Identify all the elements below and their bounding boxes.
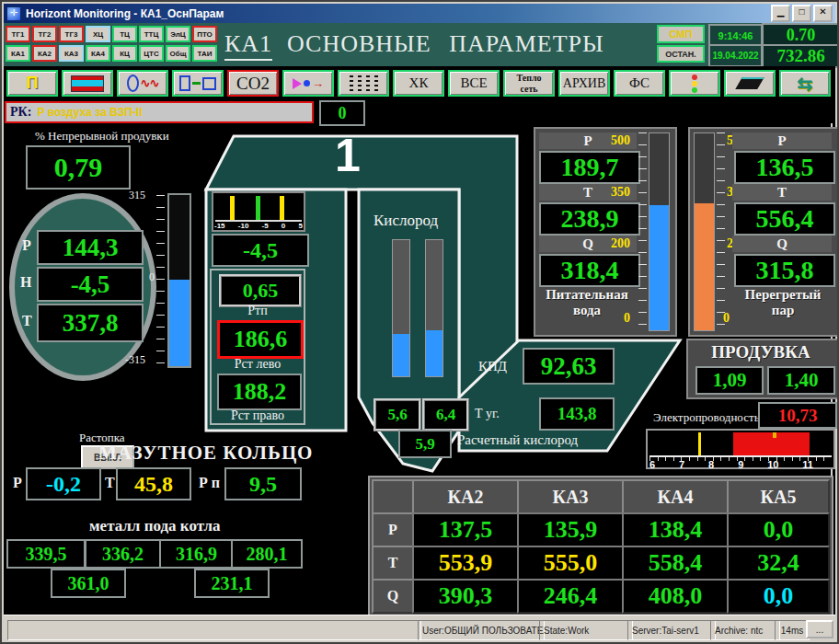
oxygen-right-value: 6,4	[422, 398, 469, 431]
table-cell: 0,0	[727, 579, 830, 614]
steam-q-label: Q	[732, 236, 832, 252]
mazut-p-label: Р	[13, 475, 22, 491]
level-scale-mid: 0	[149, 270, 155, 284]
boiler-number: 1	[335, 129, 361, 182]
level-scale-bottom: -315	[125, 353, 145, 367]
mini-bar-3	[280, 196, 284, 220]
table-row-label-t: Т	[372, 546, 414, 581]
table-cell: 135,9	[517, 512, 624, 547]
steam-bar	[694, 132, 715, 331]
status-bar: User:ОБЩИЙ ПОЛЬЗОВАТЕЛЬ State:Work Serve…	[4, 615, 835, 643]
steam-q-value: 315,8	[734, 254, 835, 287]
metal-value-4: 280,1	[231, 539, 303, 569]
blowdown-label: % Непрерывной продувки	[35, 129, 169, 144]
status-state: State:Work	[539, 620, 633, 640]
oxygen-column-left	[392, 239, 410, 377]
metal-title: металл пода котла	[89, 517, 221, 535]
mazut-rp-value: 9,5	[224, 467, 302, 500]
oxygen-calc-label: Расчетный кислород	[457, 432, 578, 448]
steam-title: Перегретыйпар	[732, 287, 833, 318]
table-cell: 138,4	[622, 512, 729, 547]
table-row-label-q: Q	[372, 579, 414, 614]
draft-value: -4,5	[212, 234, 309, 267]
feedwater-bar-fill	[649, 205, 669, 330]
metal-value-2: 336,2	[85, 539, 161, 569]
conductivity-value: 10,73	[758, 402, 837, 429]
metal-value-1: 339,5	[6, 539, 86, 569]
level-bar	[167, 193, 191, 368]
conductivity-red-zone	[733, 432, 810, 455]
purge-panel: ПРОДУВКА 1,09 1,40	[686, 339, 839, 399]
table-cell: 555,0	[517, 546, 624, 581]
status-more-button[interactable]: ...	[806, 620, 833, 638]
steam-panel: 500 Р 136,5 350 Т 556,4 200 Q 315,8 Пере…	[688, 127, 839, 337]
drum-h-value: -4,5	[37, 267, 144, 302]
rst-left-label: Рст лево	[210, 357, 305, 372]
mazut-rp-label: Р п	[199, 475, 220, 491]
table-cell: 390,3	[412, 579, 519, 614]
mini-bar-2	[256, 196, 260, 220]
oxygen-calc-value: 5,9	[398, 430, 452, 458]
status-server: Server:Tai-serv1	[627, 620, 716, 640]
table-header-ka2: КА2	[412, 479, 519, 514]
steam-p-value: 136,5	[734, 151, 835, 184]
feedwater-p-scale: 500	[611, 133, 630, 148]
feedwater-panel: Р 500 189,7 Т 350 238,9 Q 200 318,4 Пита…	[534, 127, 677, 337]
level-ticks	[156, 195, 165, 366]
mazut-p-value: -0,2	[26, 467, 101, 500]
steam-ticks	[717, 132, 725, 329]
boilers-table: КА2 КА3 КА4 КА5 Р 137,5 135,9 138,4 0,0 …	[368, 476, 833, 617]
rst-right-value: 188,2	[217, 374, 302, 410]
mazut-t-value: 45,8	[116, 467, 191, 500]
table-cell: 0,0	[727, 512, 830, 547]
purge-value-1: 1,09	[695, 366, 764, 395]
table-row-label-p: Р	[372, 512, 414, 547]
feedwater-ticks	[638, 132, 647, 329]
tug-value: 143,8	[539, 397, 615, 431]
table-header-ka5: КА5	[727, 479, 830, 514]
table-header-ka4: КА4	[622, 479, 729, 514]
status-empty-panel	[7, 620, 421, 640]
drum-h-label: Н	[20, 274, 31, 291]
mazut-title: МАЗУТНОЕ КОЛЬЦО	[98, 442, 313, 465]
drum-t-value: 337,8	[37, 304, 144, 342]
feedwater-p-value: 189,7	[539, 151, 640, 184]
feedwater-bar	[649, 132, 670, 331]
feedwater-zero: 0	[624, 311, 630, 326]
feedwater-q-value: 318,4	[539, 254, 640, 287]
mini-bar-1	[230, 196, 235, 220]
status-latency: 14ms	[775, 620, 810, 640]
feedwater-t-value: 238,9	[539, 202, 640, 236]
conductivity-gauge: 67891011	[646, 429, 835, 469]
drum-t-label: Т	[22, 313, 32, 329]
steam-zero: 0	[723, 311, 730, 326]
oxygen-left-value: 5,6	[374, 398, 421, 431]
draft-mini-chart: -15-10-505	[212, 191, 305, 232]
purge-value-2: 1,40	[767, 366, 835, 395]
steam-bar-fill	[695, 203, 714, 330]
steam-t-label: Т	[732, 184, 832, 201]
rst-right-label: Рст право	[210, 408, 305, 423]
steam-p-label: Р	[732, 132, 832, 149]
level-scale-top: 315	[129, 189, 145, 202]
metal-value-3: 316,9	[159, 539, 234, 569]
table-cell: 408,0	[622, 579, 729, 614]
metal-value-5: 361,0	[51, 569, 126, 598]
rtp-value: 0,65	[219, 274, 302, 307]
feedwater-t-scale: 350	[611, 185, 630, 200]
oxygen-label: Кислород	[374, 212, 438, 230]
table-header-ka3: КА3	[517, 479, 624, 514]
mazut-t-label: Т	[105, 475, 115, 491]
level-bar-fill	[169, 280, 190, 366]
steam-t-value: 556,4	[734, 202, 835, 236]
conductivity-top-tick	[773, 432, 776, 438]
status-archive: Archive: ntc	[710, 620, 780, 640]
conductivity-marker	[698, 432, 701, 455]
purge-title: ПРОДУВКА	[688, 342, 833, 362]
conductivity-scale: 67891011	[649, 459, 813, 470]
drum-p-value: 144,3	[37, 230, 144, 265]
feedwater-q-scale: 200	[611, 236, 630, 251]
scada-window: ✛ Horizont Monitoring - КА1_ОснПарам ▁ □…	[0, 0, 839, 644]
rst-left-value[interactable]: 186,6	[217, 320, 304, 359]
mini-chart-ticks: -15-10-505	[214, 222, 303, 230]
